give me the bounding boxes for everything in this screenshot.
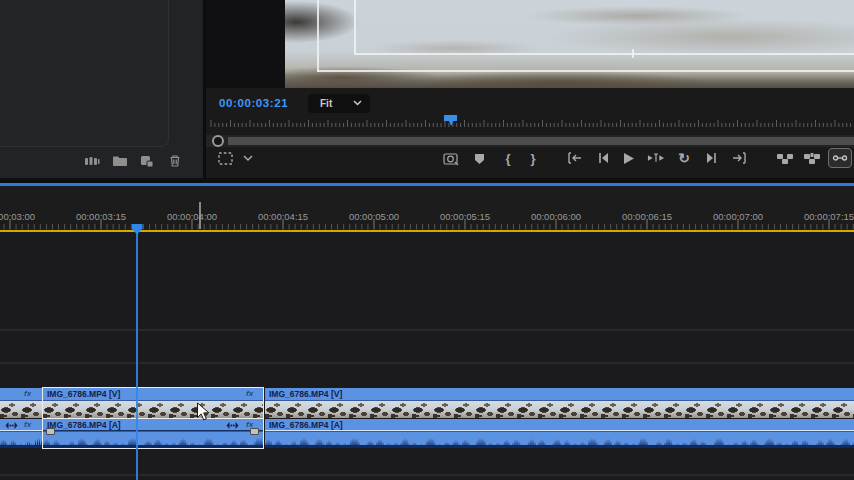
mouse-cursor — [196, 402, 211, 423]
fx-badge[interactable]: fx — [24, 389, 31, 398]
loop-icon[interactable]: ↻ — [675, 150, 693, 166]
audio-channels-icon — [226, 421, 239, 430]
button-editor-icon[interactable] — [828, 148, 852, 168]
transform-handle[interactable] — [632, 49, 634, 58]
fade-handle-right[interactable] — [250, 428, 259, 435]
audio-clip-selected[interactable]: IMG_6786.MP4 [A] fx — [43, 419, 263, 448]
monitor-mini-ruler[interactable] — [210, 114, 854, 129]
icon-view-icon[interactable] — [84, 153, 100, 169]
volume-rubber-band[interactable] — [43, 430, 263, 431]
track-divider — [0, 362, 854, 364]
lift-icon[interactable] — [776, 150, 794, 166]
video-clip-selected[interactable]: IMG_6786.MP4 [V] fx — [43, 388, 263, 418]
add-marker-icon[interactable] — [470, 150, 488, 166]
playhead-line — [136, 233, 137, 480]
fx-badge[interactable]: fx — [24, 420, 31, 429]
clip-thumbnails — [265, 401, 854, 418]
timeline-ruler[interactable]: 00:00:03:0000:00:03:1500:00:04:0000:00:0… — [0, 186, 854, 230]
step-back-icon[interactable] — [594, 150, 612, 166]
project-panel — [0, 0, 203, 178]
delete-icon[interactable] — [167, 153, 183, 169]
audio-channels-icon — [5, 421, 18, 430]
playhead-timecode[interactable]: 00:00:03:21 — [219, 97, 288, 109]
audio-clip-partial[interactable]: fx — [0, 419, 42, 448]
timeline-tracks: fx IMG_6786.MP4 [V] fx IMG_6786.MP4 [V] … — [0, 232, 854, 480]
video-clip[interactable]: IMG_6786.MP4 [V] — [265, 388, 854, 418]
volume-rubber-band[interactable] — [0, 430, 42, 431]
step-forward-icon[interactable] — [703, 150, 721, 166]
clip-name: IMG_6786.MP4 [A] — [47, 420, 121, 430]
crop-outline-outer-h — [317, 70, 854, 72]
video-clip-partial[interactable]: fx — [0, 388, 42, 418]
mark-in-icon[interactable]: { — [499, 150, 517, 166]
program-video-preview[interactable] — [285, 0, 854, 88]
zoom-level-value: Fit — [320, 98, 332, 109]
go-to-out-icon[interactable] — [730, 150, 748, 166]
track-divider — [0, 329, 854, 331]
chevron-down-icon — [353, 100, 362, 106]
clip-name: IMG_6786.MP4 [V] — [47, 389, 120, 399]
chevron-down-icon[interactable] — [239, 150, 257, 166]
go-to-in-icon[interactable] — [565, 150, 583, 166]
extract-icon[interactable] — [803, 150, 821, 166]
program-monitor-controls: 00:00:03:21 Fit { — [206, 88, 854, 178]
grid-overlay-icon[interactable] — [216, 150, 234, 166]
mark-out-icon[interactable]: } — [524, 150, 542, 166]
monitor-scrollbar[interactable] — [228, 137, 854, 145]
clip-thumbnails — [43, 401, 263, 418]
zoom-level-dropdown[interactable]: Fit — [308, 94, 370, 113]
edit-point-hairline — [199, 202, 201, 229]
premiere-pro-window: 00:00:03:21 Fit { — [0, 0, 854, 480]
new-item-icon[interactable] — [139, 153, 155, 169]
new-bin-icon[interactable] — [112, 153, 128, 169]
program-monitor-panel: 00:00:03:21 Fit { — [206, 0, 854, 178]
audio-clip[interactable]: IMG_6786.MP4 [A] — [265, 419, 854, 448]
export-frame-icon[interactable] — [442, 150, 460, 166]
clip-name: IMG_6786.MP4 [V] — [269, 389, 342, 399]
project-bin-area[interactable] — [0, 0, 169, 147]
crop-outline-inner-v — [354, 0, 356, 53]
volume-rubber-band[interactable] — [265, 430, 854, 431]
video-letterbox — [206, 0, 285, 88]
fade-handle-left[interactable] — [46, 428, 55, 435]
project-panel-toolbar — [0, 146, 203, 178]
clip-name: IMG_6786.MP4 [A] — [269, 420, 343, 430]
crop-outline-inner-h — [354, 53, 854, 55]
clip-thumbnails — [0, 401, 42, 418]
play-icon[interactable] — [620, 150, 638, 166]
play-in-to-out-icon[interactable] — [647, 150, 665, 166]
crop-outline-left-v — [317, 0, 319, 72]
monitor-scrollbar-knob[interactable] — [212, 135, 224, 147]
track-divider — [0, 474, 854, 476]
fx-badge[interactable]: fx — [246, 389, 253, 398]
